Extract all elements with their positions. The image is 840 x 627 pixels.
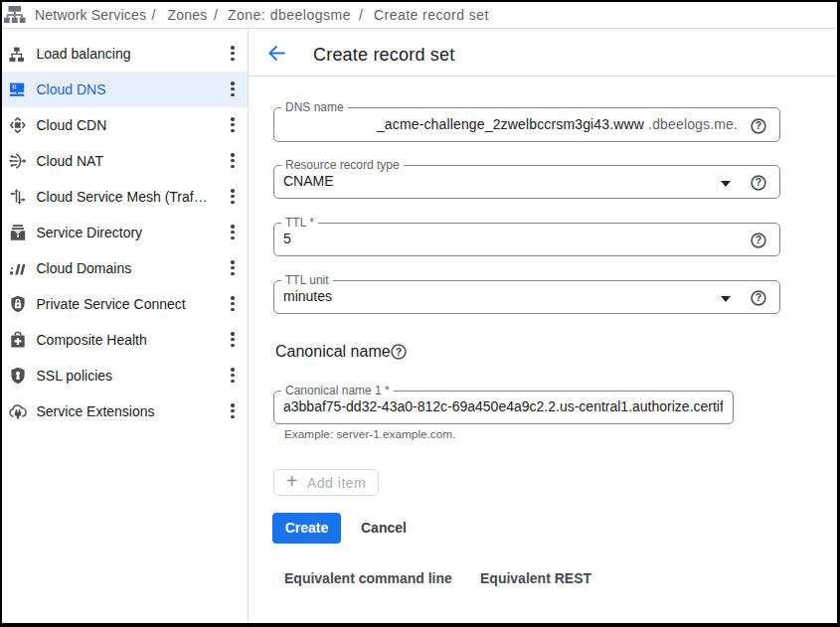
svg-text:?: ? <box>756 176 761 188</box>
svg-text:?: ? <box>756 119 761 131</box>
svg-text:?: ? <box>756 234 761 245</box>
svg-text:?: ? <box>756 291 761 303</box>
svg-text:?: ? <box>396 345 402 357</box>
